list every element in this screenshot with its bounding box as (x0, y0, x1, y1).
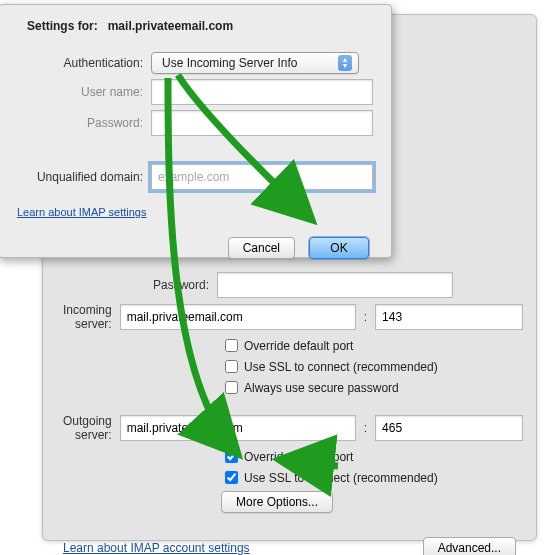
learn-imap-account-link[interactable]: Learn about IMAP account settings (63, 541, 250, 555)
sheet-password-label: Password: (17, 116, 151, 130)
password-label: Password: (63, 278, 217, 292)
incoming-secure-password-checkbox[interactable]: Always use secure password (221, 378, 516, 397)
checkbox[interactable] (225, 471, 238, 484)
checkbox[interactable] (225, 360, 238, 373)
ok-button[interactable]: OK (309, 237, 369, 259)
outgoing-checks: Override default port Use SSL to connect… (221, 447, 516, 513)
checkbox-label: Always use secure password (244, 381, 399, 395)
row-unqualified-domain: Unqualified domain: (17, 164, 373, 190)
row-outgoing-server: Outgoing server: : (63, 414, 516, 442)
checkbox[interactable] (225, 381, 238, 394)
chevron-updown-icon: ▲▼ (338, 55, 352, 71)
incoming-port-field[interactable] (375, 304, 523, 330)
advanced-button[interactable]: Advanced... (423, 537, 516, 555)
outgoing-server-field[interactable] (120, 415, 356, 441)
outgoing-server-label: Outgoing server: (63, 414, 120, 442)
cancel-button[interactable]: Cancel (228, 237, 295, 259)
row-sheet-password: Password: (17, 110, 373, 136)
username-label: User name: (17, 85, 151, 99)
username-field[interactable] (151, 79, 373, 105)
outgoing-port-field[interactable] (375, 415, 523, 441)
checkbox-label: Override default port (244, 339, 353, 353)
password-field[interactable] (217, 272, 453, 298)
row-authentication: Authentication: Use Incoming Server Info… (17, 52, 373, 74)
checkbox-label: Override default port (244, 450, 353, 464)
authentication-value: Use Incoming Server Info (162, 56, 297, 70)
port-separator: : (364, 421, 367, 435)
incoming-server-field[interactable] (120, 304, 356, 330)
port-separator: : (364, 310, 367, 324)
checkbox[interactable] (225, 450, 238, 463)
checkbox-label: Use SSL to connect (recommended) (244, 471, 438, 485)
outgoing-ssl-checkbox[interactable]: Use SSL to connect (recommended) (221, 468, 516, 487)
row-incoming-server: Incoming server: : (63, 303, 516, 331)
incoming-override-port-checkbox[interactable]: Override default port (221, 336, 516, 355)
learn-imap-link[interactable]: Learn about IMAP settings (17, 206, 146, 218)
incoming-checks: Override default port Use SSL to connect… (221, 336, 516, 397)
sheet-password-field[interactable] (151, 110, 373, 136)
authentication-label: Authentication: (17, 56, 151, 70)
checkbox[interactable] (225, 339, 238, 352)
incoming-ssl-checkbox[interactable]: Use SSL to connect (recommended) (221, 357, 516, 376)
row-password: Password: (63, 272, 516, 298)
row-username: User name: (17, 79, 373, 105)
unqualified-domain-label: Unqualified domain: (17, 170, 151, 184)
more-options-button[interactable]: More Options... (221, 491, 333, 513)
incoming-server-label: Incoming server: (63, 303, 120, 331)
outgoing-settings-sheet: Settings for: mail.privateemail.com Auth… (0, 4, 392, 258)
sheet-title: Settings for: mail.privateemail.com (27, 19, 373, 33)
checkbox-label: Use SSL to connect (recommended) (244, 360, 438, 374)
unqualified-domain-field[interactable] (151, 164, 373, 190)
outgoing-override-port-checkbox[interactable]: Override default port (221, 447, 516, 466)
authentication-popup[interactable]: Use Incoming Server Info ▲▼ (151, 52, 359, 74)
